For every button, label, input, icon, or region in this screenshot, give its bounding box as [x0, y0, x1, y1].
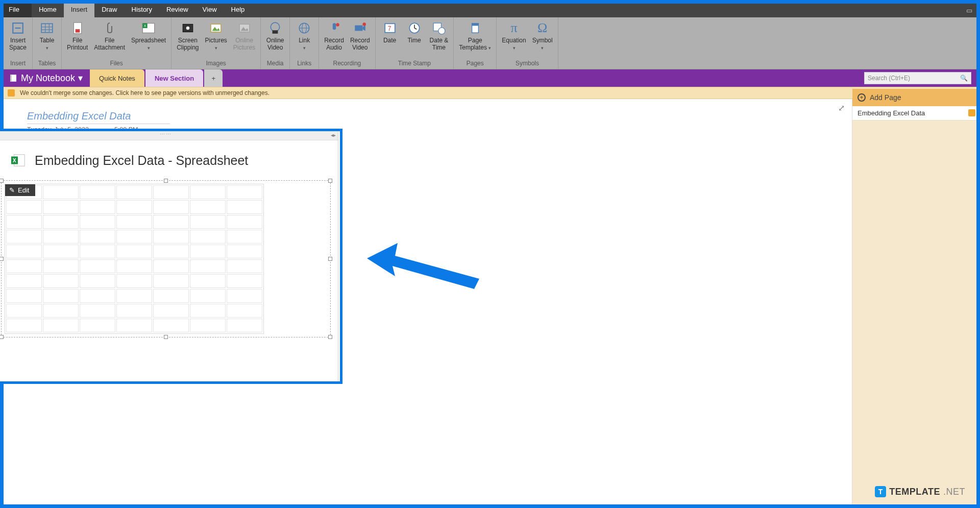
group-label-recording: Recording: [322, 60, 372, 68]
symbol-button[interactable]: Ω Symbol▾: [530, 19, 555, 53]
container-resize-icon[interactable]: ◂▸: [331, 132, 336, 138]
notebook-icon: [9, 74, 18, 83]
date-button[interactable]: 7 Date: [379, 19, 401, 45]
container-grip[interactable]: ⋯⋯: [0, 131, 338, 140]
excel-icon: X: [10, 153, 26, 168]
online-video-button[interactable]: Online Video: [264, 19, 286, 52]
window-control-icon[interactable]: ▭: [966, 7, 972, 14]
spreadsheet-button[interactable]: X Spreadsheet▾: [129, 19, 168, 53]
search-input[interactable]: Search (Ctrl+E) 🔍: [864, 72, 971, 84]
add-page-button[interactable]: + Add Page: [852, 89, 976, 106]
svg-rect-23: [332, 23, 336, 30]
annotation-arrow: [367, 238, 484, 299]
embedded-spreadsheet[interactable]: [5, 184, 264, 334]
menu-bar: File Home Insert Draw History Review Vie…: [4, 4, 976, 17]
resize-handle[interactable]: [328, 257, 332, 261]
tab-add-section[interactable]: +: [204, 69, 223, 87]
ribbon: Insert Space Insert Table▾ Tables File P…: [4, 17, 976, 69]
edit-button[interactable]: ✎ Edit: [5, 184, 35, 196]
group-label-links: Links: [293, 60, 315, 68]
svg-text:7: 7: [387, 25, 391, 32]
resize-handle[interactable]: [0, 257, 4, 261]
group-label-media: Media: [264, 60, 286, 68]
fullscreen-icon[interactable]: ⤢: [838, 103, 845, 113]
page-list-panel: + Add Page Embedding Excel Data: [852, 99, 976, 504]
svg-rect-36: [472, 23, 478, 26]
group-label-tables: Tables: [36, 60, 58, 68]
resize-handle[interactable]: [328, 335, 332, 339]
page-list-item[interactable]: Embedding Excel Data: [852, 106, 976, 120]
link-button[interactable]: Link▾: [293, 19, 315, 53]
page-title[interactable]: Embedding Excel Data: [27, 110, 170, 124]
chevron-down-icon: ▾: [78, 72, 83, 84]
search-icon: 🔍: [960, 75, 968, 82]
record-audio-button[interactable]: Record Audio: [322, 19, 346, 52]
section-tab-row: My Notebook ▾ Quick Notes New Section + …: [4, 69, 976, 87]
menu-insert[interactable]: Insert: [64, 4, 95, 17]
menu-view[interactable]: View: [195, 4, 224, 17]
page-canvas[interactable]: ⤢ Embedding Excel Data Tuesday, July 5, …: [4, 99, 852, 504]
svg-point-34: [438, 28, 445, 34]
menu-help[interactable]: Help: [224, 4, 252, 17]
resize-handle[interactable]: [0, 179, 4, 183]
warning-icon: [8, 89, 15, 96]
template-logo-icon: T: [875, 486, 886, 497]
svg-text:X: X: [144, 24, 146, 28]
menu-file[interactable]: File: [4, 4, 32, 17]
svg-point-27: [363, 22, 366, 26]
file-printout-button[interactable]: File Printout: [65, 19, 90, 52]
tab-quick-notes[interactable]: Quick Notes: [90, 69, 144, 87]
menu-history[interactable]: History: [125, 4, 159, 17]
svg-rect-2: [41, 23, 53, 32]
search-placeholder: Search (Ctrl+E): [868, 75, 910, 82]
page-status-icon: [968, 109, 975, 116]
notebook-dropdown[interactable]: My Notebook ▾: [4, 69, 90, 87]
embed-title: Embedding Excel Data - Spreadsheet: [35, 153, 248, 168]
warning-text: We couldn't merge some changes. Click he…: [20, 89, 270, 96]
menu-draw[interactable]: Draw: [94, 4, 124, 17]
notebook-name: My Notebook: [21, 73, 75, 84]
page-templates-button[interactable]: Page Templates ▾: [457, 19, 493, 53]
note-container[interactable]: ⋯⋯ ◂▸ X Embedding Excel Data - Spreadshe…: [0, 131, 338, 382]
group-label-images: Images: [175, 60, 257, 68]
plus-icon: +: [857, 93, 866, 102]
group-label-pages: Pages: [457, 60, 493, 68]
svg-rect-8: [75, 29, 80, 32]
svg-point-18: [271, 22, 280, 31]
table-button[interactable]: Table▾: [36, 19, 58, 53]
svg-marker-42: [367, 243, 479, 289]
spreadsheet-selection[interactable]: ✎ Edit: [1, 180, 331, 337]
svg-marker-26: [363, 26, 365, 31]
time-button[interactable]: Time: [403, 19, 426, 45]
file-attachment-button[interactable]: File Attachment: [92, 19, 127, 52]
menu-review[interactable]: Review: [159, 4, 195, 17]
svg-point-24: [336, 23, 339, 27]
svg-text:X: X: [13, 158, 16, 163]
online-pictures-button[interactable]: Online Pictures: [231, 19, 257, 52]
svg-point-13: [186, 27, 190, 30]
date-time-button[interactable]: Date & Time: [428, 19, 451, 52]
resize-handle[interactable]: [164, 335, 168, 339]
resize-handle[interactable]: [328, 179, 332, 183]
group-label-symbols: Symbols: [500, 60, 554, 68]
svg-rect-38: [10, 75, 12, 82]
record-video-button[interactable]: Record Video: [348, 19, 372, 52]
svg-rect-25: [355, 26, 362, 31]
svg-rect-19: [273, 30, 278, 34]
group-label-files: Files: [65, 60, 168, 68]
resize-handle[interactable]: [0, 335, 4, 339]
insert-space-button[interactable]: Insert Space: [7, 19, 29, 52]
screen-clipping-button[interactable]: Screen Clipping: [175, 19, 201, 52]
watermark: T TEMPLATE.NET: [875, 486, 965, 497]
group-label-timestamp: Time Stamp: [379, 60, 451, 68]
menu-home[interactable]: Home: [32, 4, 64, 17]
group-label-insert: Insert: [7, 60, 29, 68]
pencil-icon: ✎: [9, 186, 15, 194]
pictures-button[interactable]: Pictures▾: [203, 19, 229, 53]
merge-warning-bar[interactable]: We couldn't merge some changes. Click he…: [4, 87, 976, 99]
equation-button[interactable]: π Equation▾: [500, 19, 528, 53]
tab-new-section[interactable]: New Section: [145, 69, 203, 87]
resize-handle[interactable]: [164, 179, 168, 183]
